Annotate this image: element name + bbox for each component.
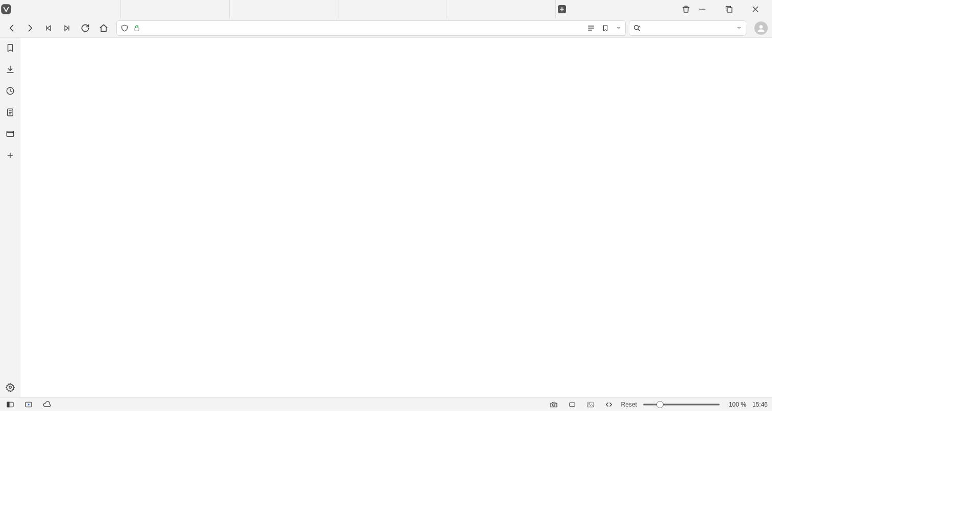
svg-rect-3 bbox=[727, 8, 732, 12]
sync-status-button[interactable] bbox=[41, 398, 53, 411]
plus-icon bbox=[6, 151, 14, 159]
svg-point-17 bbox=[589, 403, 590, 404]
fast-forward-button[interactable] bbox=[61, 22, 72, 34]
capture-button[interactable] bbox=[548, 398, 560, 411]
svg-rect-12 bbox=[7, 402, 9, 407]
new-tab-button[interactable] bbox=[556, 3, 568, 15]
close-icon bbox=[752, 6, 759, 13]
address-container bbox=[116, 20, 746, 36]
reload-icon bbox=[80, 23, 90, 33]
media-button[interactable] bbox=[22, 398, 35, 411]
lock-icon bbox=[133, 25, 140, 32]
play-box-icon bbox=[24, 400, 33, 409]
home-button[interactable] bbox=[98, 22, 109, 34]
address-bar[interactable] bbox=[116, 20, 626, 36]
skip-back-icon bbox=[44, 24, 53, 32]
browser-tab[interactable] bbox=[12, 0, 121, 18]
panel-bar bbox=[0, 38, 20, 397]
minimize-icon bbox=[699, 6, 706, 13]
chevron-right-icon bbox=[25, 23, 35, 33]
profile-button[interactable] bbox=[754, 21, 768, 35]
svg-point-14 bbox=[552, 404, 555, 406]
image-icon bbox=[586, 400, 595, 409]
bookmark-icon bbox=[602, 24, 609, 32]
notes-panel-button[interactable] bbox=[4, 106, 16, 119]
clock-icon bbox=[6, 86, 15, 96]
url-input[interactable] bbox=[144, 24, 580, 32]
reload-button[interactable] bbox=[80, 22, 91, 34]
trash-icon bbox=[681, 5, 691, 14]
search-icon bbox=[633, 24, 641, 32]
page-actions-button[interactable] bbox=[603, 398, 615, 411]
panel-toggle-button[interactable] bbox=[4, 398, 16, 411]
camera-icon bbox=[549, 400, 558, 409]
vivaldi-logo-icon bbox=[1, 4, 12, 15]
zoom-slider-thumb[interactable] bbox=[656, 401, 664, 408]
svg-rect-4 bbox=[135, 28, 139, 31]
maximize-button[interactable] bbox=[723, 3, 735, 15]
settings-panel-button[interactable] bbox=[4, 381, 16, 393]
svg-point-5 bbox=[634, 25, 639, 29]
back-button[interactable] bbox=[6, 22, 17, 34]
downloads-panel-button[interactable] bbox=[4, 63, 16, 76]
vivaldi-menu-button[interactable] bbox=[0, 3, 12, 15]
rectangle-icon bbox=[568, 401, 577, 408]
zoom-percent-label[interactable]: 100 % bbox=[726, 401, 746, 408]
close-window-button[interactable] bbox=[749, 3, 762, 15]
skip-forward-icon bbox=[63, 24, 71, 32]
search-field[interactable] bbox=[629, 20, 746, 36]
svg-rect-0 bbox=[2, 5, 11, 14]
search-dropdown-button[interactable] bbox=[736, 22, 743, 34]
reader-view-button[interactable] bbox=[586, 22, 596, 34]
cloud-icon bbox=[42, 400, 52, 409]
address-dropdown-button[interactable] bbox=[615, 22, 622, 34]
page-content bbox=[20, 38, 772, 397]
browser-tab[interactable] bbox=[121, 0, 230, 18]
plus-square-icon bbox=[557, 4, 567, 14]
tiling-button[interactable] bbox=[566, 398, 578, 411]
window-controls bbox=[692, 3, 772, 15]
svg-point-6 bbox=[760, 25, 763, 29]
trash-button[interactable] bbox=[680, 3, 692, 15]
search-input[interactable] bbox=[645, 24, 732, 32]
svg-rect-9 bbox=[7, 131, 14, 137]
images-toggle-button[interactable] bbox=[584, 398, 597, 411]
tab-strip bbox=[0, 0, 772, 18]
chevron-down-icon bbox=[736, 25, 742, 31]
history-panel-button[interactable] bbox=[4, 85, 16, 97]
avatar-icon bbox=[756, 23, 766, 33]
shield-icon bbox=[120, 24, 129, 32]
browser-tab[interactable] bbox=[338, 0, 447, 18]
bookmark-page-button[interactable] bbox=[601, 22, 610, 34]
browser-tab[interactable] bbox=[447, 0, 556, 18]
code-icon bbox=[604, 400, 614, 409]
tracker-blocker-button[interactable] bbox=[120, 22, 129, 34]
minimize-button[interactable] bbox=[696, 3, 708, 15]
window-panel-button[interactable] bbox=[4, 128, 16, 140]
notes-icon bbox=[6, 108, 15, 117]
maximize-icon bbox=[725, 6, 732, 13]
search-engine-button[interactable] bbox=[632, 22, 642, 34]
window-icon bbox=[6, 129, 15, 138]
address-toolbar bbox=[0, 18, 772, 38]
nav-buttons bbox=[4, 22, 111, 34]
browser-tab[interactable] bbox=[230, 0, 338, 18]
status-clock[interactable]: 15:46 bbox=[752, 401, 768, 408]
bookmarks-panel-button[interactable] bbox=[4, 42, 16, 54]
forward-button[interactable] bbox=[24, 22, 36, 34]
chevron-down-icon bbox=[616, 25, 622, 31]
zoom-reset-button[interactable]: Reset bbox=[621, 401, 637, 408]
rewind-button[interactable] bbox=[43, 22, 54, 34]
site-info-button[interactable] bbox=[132, 22, 141, 34]
zoom-slider-track bbox=[643, 404, 720, 405]
gear-icon bbox=[6, 383, 15, 392]
zoom-slider[interactable] bbox=[643, 401, 720, 408]
svg-point-10 bbox=[9, 386, 11, 389]
add-panel-button[interactable] bbox=[4, 149, 16, 161]
tabs-area bbox=[12, 0, 556, 18]
body-row bbox=[0, 38, 772, 397]
download-icon bbox=[6, 65, 15, 74]
status-bar: Reset 100 % 15:46 bbox=[0, 397, 772, 411]
bookmark-icon bbox=[6, 43, 15, 53]
home-icon bbox=[99, 23, 109, 33]
